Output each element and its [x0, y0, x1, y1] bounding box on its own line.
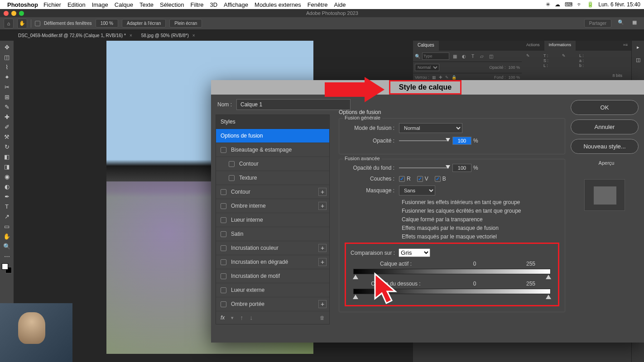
style-checkbox[interactable]	[221, 203, 226, 209]
wifi-icon[interactable]: ᯤ	[577, 1, 582, 8]
style-checkbox[interactable]	[221, 231, 226, 237]
color-swatches[interactable]	[2, 263, 12, 273]
menu-edit[interactable]: Edition	[67, 1, 86, 8]
add-effect-icon[interactable]: +	[318, 188, 327, 196]
edit-toolbar-icon[interactable]: ⋯	[1, 252, 12, 261]
new-style-button[interactable]: Nouveau style...	[571, 139, 639, 154]
wand-tool-icon[interactable]: ✦	[1, 72, 12, 81]
menu-layer[interactable]: Calque	[115, 1, 133, 8]
scroll-windows-checkbox[interactable]	[35, 21, 40, 26]
filter-adj-icon[interactable]: ◐	[460, 52, 467, 60]
menu-image[interactable]: Image	[92, 1, 108, 8]
channel-b-checkbox[interactable]	[435, 176, 441, 182]
fx-menu-button[interactable]: fx	[221, 314, 225, 321]
dodge-tool-icon[interactable]: ◐	[1, 182, 12, 191]
add-effect-icon[interactable]: +	[318, 258, 327, 266]
style-row[interactable]: Biseautage & estampage	[216, 143, 329, 157]
actions-tab[interactable]: Actions	[522, 41, 544, 51]
lasso-tool-icon[interactable]: ⌇	[1, 62, 12, 71]
knockout-select[interactable]: Sans	[399, 186, 435, 195]
style-checkbox[interactable]	[221, 287, 226, 293]
style-checkbox[interactable]	[229, 161, 235, 167]
pen-tool-icon[interactable]: ✒	[1, 192, 12, 201]
opacity-slider[interactable]	[399, 140, 449, 141]
status-icon[interactable]: ✳	[546, 1, 550, 8]
lock-icon[interactable]: 🔒	[452, 75, 457, 80]
app-name[interactable]: Photoshop	[7, 1, 38, 8]
shape-tool-icon[interactable]: ▭	[1, 222, 12, 231]
style-checkbox[interactable]	[221, 217, 226, 223]
move-down-icon[interactable]: ↓	[250, 314, 253, 321]
marquee-tool-icon[interactable]: ◫	[1, 52, 12, 62]
filter-icon[interactable]: 🔍	[415, 54, 420, 59]
menubar-clock[interactable]: Lun. 6 févr. 15:40	[598, 1, 640, 8]
ok-button[interactable]: OK	[571, 100, 639, 115]
crop-tool-icon[interactable]: ✂	[1, 82, 12, 91]
blur-tool-icon[interactable]: ◉	[1, 172, 12, 181]
minimize-window-button[interactable]	[11, 11, 16, 16]
trash-icon[interactable]: 🗑	[320, 315, 325, 320]
style-row[interactable]: Lueur interne	[216, 213, 329, 227]
style-row[interactable]: Options de fusion	[216, 129, 329, 143]
channel-v-checkbox[interactable]	[417, 176, 423, 182]
opacity-value[interactable]: 100 %	[508, 65, 520, 70]
add-effect-icon[interactable]: +	[318, 300, 327, 308]
document-tab[interactable]: 58.jpg @ 50% (RVB/8*) ×	[137, 30, 200, 41]
style-checkbox[interactable]	[221, 189, 226, 195]
filter-smart-icon[interactable]: ◫	[487, 52, 495, 60]
menu-view[interactable]: Affichage	[224, 1, 248, 8]
add-effect-icon[interactable]: +	[318, 244, 327, 252]
filter-image-icon[interactable]: ▦	[451, 52, 458, 60]
expand-icon[interactable]: ▸	[634, 43, 643, 52]
style-checkbox[interactable]	[221, 259, 226, 265]
fill-input[interactable]	[452, 164, 471, 172]
channel-r-checkbox[interactable]	[399, 176, 405, 182]
style-row[interactable]: Incrustation couleur+	[216, 241, 329, 255]
search-icon[interactable]: 🔍	[618, 19, 626, 28]
heal-tool-icon[interactable]: ✚	[1, 112, 12, 121]
menu-help[interactable]: Aide	[334, 1, 346, 8]
style-row[interactable]: Contour	[216, 157, 329, 171]
path-tool-icon[interactable]: ↗	[1, 212, 12, 221]
style-checkbox[interactable]	[221, 301, 226, 307]
info-tab[interactable]: Informations	[544, 41, 576, 51]
layers-tab[interactable]: Calques	[413, 41, 439, 51]
status-icon[interactable]: ⌨	[565, 1, 572, 8]
fill-value[interactable]: 100 %	[508, 75, 520, 80]
close-window-button[interactable]	[4, 11, 9, 16]
full-screen-button[interactable]: Plein écran	[169, 19, 202, 28]
blend-if-select[interactable]: Gris	[399, 248, 430, 257]
style-checkbox[interactable]	[221, 147, 226, 153]
fit-screen-button[interactable]: Adapter à l'écran	[122, 19, 166, 28]
maximize-window-button[interactable]	[19, 11, 24, 16]
style-row[interactable]: Incrustation de motif	[216, 269, 329, 283]
filter-type-icon[interactable]: T	[469, 52, 476, 60]
filter-shape-icon[interactable]: ▱	[478, 52, 485, 60]
workspace-icon[interactable]: ▦	[632, 19, 640, 28]
add-effect-icon[interactable]: +	[318, 202, 327, 210]
layer-type-filter[interactable]	[422, 52, 449, 60]
menu-3d[interactable]: 3D	[210, 1, 217, 8]
menu-text[interactable]: Texte	[139, 1, 154, 8]
style-row[interactable]: Texture	[216, 171, 329, 185]
menu-file[interactable]: Fichier	[43, 1, 61, 8]
history-brush-icon[interactable]: ↻	[1, 142, 12, 151]
battery-icon[interactable]: 🔋	[587, 1, 594, 8]
status-icon[interactable]: ☁	[555, 1, 560, 8]
panel-icon[interactable]: ◫	[634, 55, 643, 64]
type-tool-icon[interactable]: T	[1, 202, 12, 211]
close-tab-icon[interactable]: ×	[130, 33, 132, 38]
eraser-tool-icon[interactable]: ◧	[1, 152, 12, 161]
menu-window[interactable]: Fenêtre	[308, 1, 328, 8]
menu-select[interactable]: Sélection	[160, 1, 184, 8]
menu-filter[interactable]: Filtre	[191, 1, 204, 8]
home-button[interactable]: ⌂	[4, 19, 14, 29]
fill-slider[interactable]	[399, 167, 449, 168]
lock-pixels-icon[interactable]: ✎	[445, 75, 449, 80]
document-tab[interactable]: DSC_0459-Modifier.tif @ 72,6% (Calque 1,…	[14, 30, 137, 41]
style-row[interactable]: Ombre portée+	[216, 297, 329, 311]
brush-tool-icon[interactable]: ✐	[1, 122, 12, 131]
panel-menu-icon[interactable]: »≡	[620, 41, 631, 51]
eyedropper-tool-icon[interactable]: ✎	[1, 102, 12, 111]
style-row[interactable]: Contour+	[216, 185, 329, 199]
